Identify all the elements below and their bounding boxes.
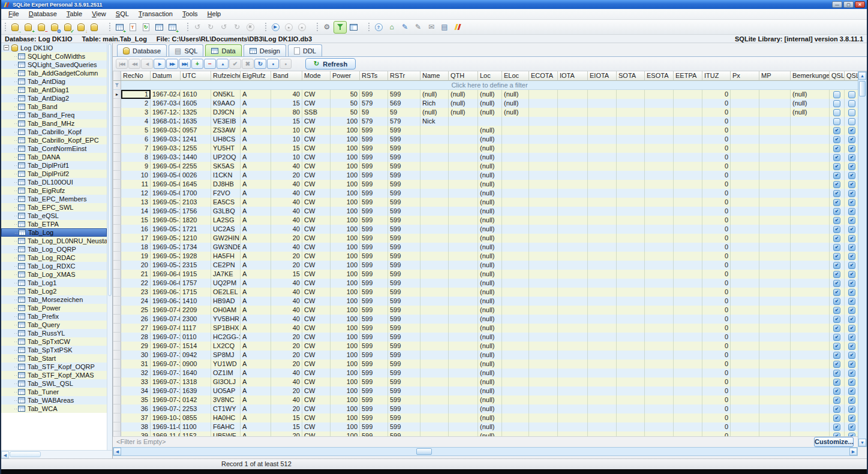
grid-cell[interactable] — [502, 333, 529, 342]
grid-cell[interactable] — [731, 324, 759, 333]
grid-cell[interactable] — [588, 189, 617, 198]
grid-cell[interactable]: 599 — [360, 315, 388, 324]
grid-cell[interactable] — [558, 234, 588, 243]
grid-cell[interactable]: CT1WY — [211, 404, 241, 413]
grid-cell[interactable] — [759, 99, 791, 108]
grid-cell[interactable] — [588, 404, 617, 413]
grid-cell[interactable]: A — [241, 261, 271, 270]
grid-cell[interactable] — [502, 395, 529, 404]
grid-cell[interactable] — [529, 404, 558, 413]
grid-cell[interactable] — [588, 144, 617, 153]
grid-cell[interactable] — [558, 279, 588, 288]
qsl-checkbox[interactable]: ✔ — [833, 415, 840, 422]
grid-cell[interactable]: 599 — [360, 351, 388, 360]
qsl-checkbox[interactable]: ✔ — [848, 406, 855, 413]
grid-cell[interactable] — [421, 189, 449, 198]
grid-cell[interactable]: 599 — [388, 315, 421, 324]
grid-cell[interactable] — [449, 144, 478, 153]
grid-cell[interactable]: 20 — [121, 261, 151, 270]
grid-cell[interactable] — [449, 431, 478, 436]
last-record-button[interactable]: ▶▶| — [179, 59, 191, 69]
grid-cell[interactable]: 0 — [702, 279, 731, 288]
grid-cell[interactable]: 40 — [271, 288, 302, 297]
grid-cell[interactable]: 599 — [360, 135, 388, 144]
grid-cell[interactable]: (null) — [421, 90, 449, 99]
tree-root-database[interactable]: Log DK1IO — [1, 43, 107, 52]
tree-item-tab_prefix[interactable]: Tab_Prefix — [1, 312, 107, 321]
grid-cell[interactable]: UP2OQ — [211, 153, 241, 162]
grid-cell[interactable] — [645, 404, 674, 413]
grid-cell[interactable]: UO5AP — [211, 387, 241, 395]
grid-cell[interactable] — [617, 306, 645, 315]
tree-item-tab_eqsl[interactable]: Tab_eQSL — [1, 212, 107, 220]
grid-cell[interactable]: 23 — [121, 288, 151, 297]
grid-cell[interactable]: CW — [302, 90, 331, 99]
grid-cell[interactable] — [588, 207, 617, 216]
grid-cell[interactable]: 2255 — [181, 162, 211, 171]
grid-cell[interactable] — [558, 225, 588, 234]
menu-table[interactable]: Table — [62, 9, 87, 19]
grid-cell[interactable] — [558, 243, 588, 252]
grid-cell[interactable]: 11 — [121, 180, 151, 189]
grid-cell[interactable] — [588, 117, 617, 126]
grid-cell[interactable] — [421, 135, 449, 144]
restore-button[interactable]: ▢ — [843, 1, 854, 8]
grid-cell[interactable]: 1756 — [181, 207, 211, 216]
grid-cell[interactable]: 100 — [331, 404, 360, 413]
grid-cell[interactable]: CW — [302, 270, 331, 279]
qsl-checkbox[interactable]: ✔ — [848, 343, 855, 350]
grid-cell[interactable] — [558, 270, 588, 279]
column-header-qth[interactable]: QTH — [449, 71, 478, 81]
qsl-checkbox[interactable]: ✔ — [833, 280, 840, 287]
grid-cell[interactable] — [645, 234, 674, 243]
grid-cell[interactable] — [674, 422, 702, 431]
qsl-checkbox[interactable]: ✔ — [833, 199, 840, 206]
grid-cell[interactable] — [645, 198, 674, 207]
grid-cell[interactable]: LX2CQ — [211, 342, 241, 351]
grid-cell[interactable]: 100 — [331, 369, 360, 378]
grid-cell[interactable] — [645, 270, 674, 279]
grid-cell[interactable] — [645, 333, 674, 342]
tree-item-tab_log[interactable]: Tab_Log — [1, 228, 107, 237]
qsl-checkbox[interactable]: ✔ — [848, 307, 855, 314]
grid-cell[interactable]: 1969-05-10 — [151, 198, 181, 207]
grid-cell[interactable]: (null) — [421, 108, 449, 117]
grid-cell[interactable] — [449, 297, 478, 306]
grid-cell[interactable] — [558, 117, 588, 126]
grid-cell[interactable] — [588, 422, 617, 431]
grid-cell[interactable]: 0 — [702, 404, 731, 413]
grid-cell[interactable] — [421, 351, 449, 360]
grid-cell[interactable]: 0 — [702, 431, 731, 436]
grid-cell[interactable] — [502, 387, 529, 395]
grid-cell[interactable]: 40 — [271, 279, 302, 288]
tree-item-tab_log_rdac[interactable]: Tab_Log_RDAC — [1, 253, 107, 262]
grid-cell[interactable]: 0026 — [181, 171, 211, 180]
grid-cell[interactable] — [558, 207, 588, 216]
grid-cell[interactable]: HB9AD — [211, 297, 241, 306]
tree-item-tab_sptxtpsk[interactable]: Tab_SpTxtPSK — [1, 346, 107, 354]
grid-cell[interactable] — [529, 234, 558, 243]
grid-cell[interactable] — [588, 297, 617, 306]
grid-cell[interactable]: 1969-05-23 — [151, 225, 181, 234]
grid-cell[interactable]: 0 — [702, 207, 731, 216]
tree-item-tab_tuner[interactable]: Tab_Tuner — [1, 388, 107, 396]
grid-cell[interactable] — [759, 378, 791, 387]
grid-cell[interactable]: 1969-07-18 — [151, 360, 181, 369]
grid-cell[interactable]: 100 — [331, 360, 360, 369]
grid-cell[interactable] — [502, 225, 529, 234]
column-header-mode[interactable]: Mode — [302, 71, 331, 81]
grid-cell[interactable]: 1700 — [181, 189, 211, 198]
grid-cell[interactable] — [588, 108, 617, 117]
grid-cell[interactable] — [731, 404, 759, 413]
grid-cell[interactable] — [617, 360, 645, 369]
grid-cell[interactable]: A — [241, 297, 271, 306]
grid-cell[interactable]: 1640 — [181, 369, 211, 378]
grid-cell[interactable]: 1967-12-17 — [151, 108, 181, 117]
grid-cell[interactable] — [529, 198, 558, 207]
grid-cell[interactable] — [617, 315, 645, 324]
tree-item-tab_band_mhz[interactable]: Tab_Band_MHz — [1, 119, 107, 128]
grid-cell[interactable] — [791, 234, 830, 243]
grid-cell[interactable]: (null) — [478, 315, 502, 324]
qsl-checkbox[interactable] — [848, 109, 855, 116]
qsl-checkbox[interactable]: ✔ — [848, 235, 855, 242]
